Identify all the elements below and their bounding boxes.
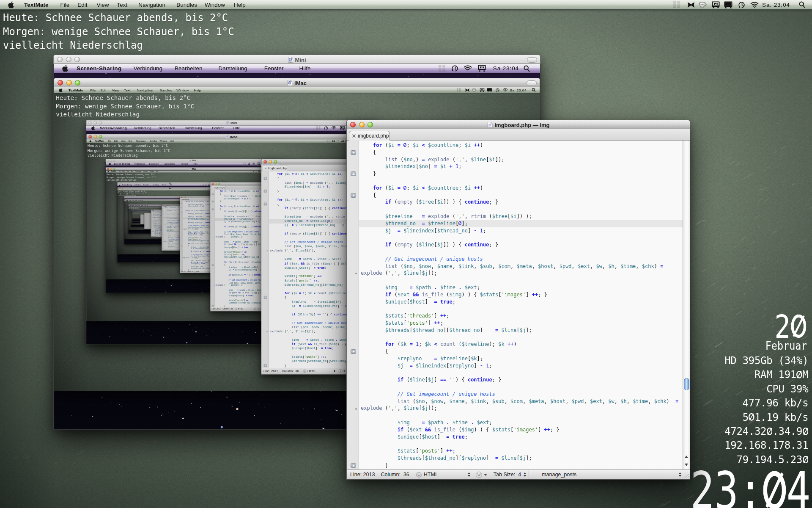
code-line[interactable]: [215, 259, 330, 261]
code-line[interactable]: [145, 222, 160, 223]
wifi-menu-icon[interactable]: [151, 211, 152, 211]
time-machine-menu-icon[interactable]: [264, 171, 266, 173]
fold-marker-icon[interactable]: [351, 463, 356, 468]
menu-app-name[interactable]: TextMate: [111, 171, 116, 172]
code-line[interactable]: [145, 224, 160, 225]
mini-window-titlebar[interactable]: Mini: [117, 182, 221, 184]
code-line[interactable]: }: [361, 170, 683, 177]
caffeine-cup-icon[interactable]: [699, 0, 708, 9]
zoom-button[interactable]: [184, 196, 186, 198]
code-line[interactable]: [215, 228, 330, 231]
language-selector[interactable]: HTML: [238, 308, 243, 310]
code-line[interactable]: {: [152, 212, 176, 212]
gear-menu-icon[interactable]: [339, 369, 343, 373]
menu-clock[interactable]: Sa. 23:04: [762, 2, 790, 8]
caffeine-cup-icon[interactable]: [255, 171, 257, 173]
imac-window-titlebar[interactable]: iMac: [54, 78, 540, 87]
mini-window-titlebar[interactable]: Mini: [132, 213, 145, 213]
displays-menu-icon[interactable]: [162, 207, 162, 207]
code-line[interactable]: $stats['threads'] ++;: [183, 237, 252, 239]
remote-wifi-icon[interactable]: [177, 197, 178, 199]
menu-item-view[interactable]: View: [130, 189, 132, 190]
code-line[interactable]: [152, 234, 176, 235]
menu-clock[interactable]: Sa. 23:04: [215, 189, 218, 190]
code-line[interactable]: {: [164, 234, 205, 235]
mini-window-titlebar[interactable]: Mini: [129, 204, 166, 205]
code-line[interactable]: [215, 223, 330, 226]
code-line[interactable]: [361, 440, 683, 447]
menu-app-name[interactable]: TextMate: [121, 189, 123, 190]
code-line[interactable]: [215, 248, 330, 251]
code-line[interactable]: for ($i = 0; $i < $countline; $i ++): [152, 211, 176, 212]
wifi-menu-icon[interactable]: [266, 171, 268, 173]
code-line[interactable]: $threads[$thread_no][$replyno] = $line[$…: [361, 455, 683, 462]
fold-marker-icon[interactable]: [351, 150, 356, 155]
menu-item-file[interactable]: File: [125, 189, 126, 190]
code-line-current[interactable]: $thread_no = $treeline[0];: [145, 217, 160, 218]
code-line[interactable]: if ($line[$j] == '') { continue; }: [183, 251, 252, 253]
menu-item-bundles[interactable]: Bundles: [137, 207, 137, 207]
code-line[interactable]: [361, 234, 683, 241]
meters-menu-extra-icon[interactable]: [159, 207, 160, 207]
code-line[interactable]: [183, 242, 252, 243]
scrollbar-thumb[interactable]: [205, 237, 206, 239]
code-line[interactable]: [361, 370, 683, 377]
menu-app-name[interactable]: TextMate: [24, 2, 49, 8]
tab-size-value[interactable]: 4: [272, 308, 273, 310]
remote-menu-verbindung[interactable]: Verbindung: [134, 65, 162, 72]
code-line[interactable]: if (empty ($tree[$i]) ) { continue; }: [164, 215, 205, 215]
remote-menu-clock[interactable]: Sa 23:04: [211, 185, 217, 186]
remote-time-machine-icon[interactable]: [248, 162, 250, 166]
fold-marker-icon[interactable]: [264, 202, 267, 205]
code-line[interactable]: // Get imagecount / unique hosts: [152, 230, 176, 231]
minimize-button[interactable]: [129, 204, 130, 205]
menu-item-view[interactable]: View: [126, 171, 129, 172]
code-line[interactable]: // Get imagecount / unique hosts: [164, 222, 205, 223]
gear-menu-icon[interactable]: [476, 472, 482, 478]
fold-marker-icon[interactable]: [212, 193, 214, 195]
code-line[interactable]: explode (',', $line[$j]);: [183, 228, 252, 230]
code-line[interactable]: explode (',', $line[$j]);: [164, 224, 205, 224]
zoom-button[interactable]: [145, 213, 146, 213]
remote-menu-clock[interactable]: Sa 23:04: [263, 163, 272, 165]
zoom-button[interactable]: [127, 199, 128, 200]
remote-desktop-menu-icon[interactable]: [151, 211, 151, 211]
remote-menu-fenster[interactable]: Fenster: [264, 65, 284, 72]
code-line[interactable]: if (empty ($tree[$i]) ) { continue; }: [361, 199, 683, 206]
code-line[interactable]: {: [183, 202, 252, 204]
tab-size-stepper[interactable]: [274, 308, 274, 309]
tab-close-icon[interactable]: [181, 199, 182, 200]
toolbar-lozenge-button[interactable]: [218, 188, 220, 189]
fold-marker-icon[interactable]: [181, 212, 182, 213]
code-line[interactable]: [164, 242, 205, 243]
code-line[interactable]: }: [361, 462, 683, 469]
code-line[interactable]: $img = $path . $time . $ext;: [145, 226, 160, 226]
code-line[interactable]: $stats['posts'] ++;: [215, 299, 330, 302]
remote-menu-darstellung[interactable]: Darstellung: [138, 210, 140, 210]
code-line[interactable]: if (empty ($tree[$i]) ) { continue; }: [152, 215, 176, 216]
menu-item-window[interactable]: Window: [160, 140, 167, 142]
menu-item-edit[interactable]: Edit: [122, 171, 124, 172]
vertical-scrollbar[interactable]: [176, 211, 177, 236]
remote-time-machine-icon[interactable]: [452, 64, 459, 73]
code-editor[interactable]: for ($i = 0; $i < $countline; $i ++) { l…: [140, 215, 150, 224]
zoom-button[interactable]: [122, 188, 123, 189]
menu-clock[interactable]: Sa. 23:04: [510, 88, 527, 92]
bowtie-menu-extra-icon[interactable]: [177, 200, 177, 201]
code-line[interactable]: [152, 224, 176, 224]
fold-marker-icon[interactable]: [151, 227, 151, 227]
code-line[interactable]: [215, 271, 330, 274]
remote-desktop-menu-icon[interactable]: [179, 200, 179, 201]
caffeine-cup-icon[interactable]: [150, 211, 151, 211]
code-line[interactable]: explode (',', $line[$j]);: [215, 284, 330, 287]
close-button[interactable]: [88, 135, 92, 138]
resize-grip[interactable]: [160, 229, 160, 229]
remote-menu-darstellung[interactable]: Darstellung: [185, 126, 202, 130]
remote-spotlight-icon[interactable]: [152, 210, 153, 210]
time-machine-menu-icon[interactable]: [212, 189, 213, 190]
code-text[interactable]: for ($i = 0; $i < $countline; $i ++) { l…: [215, 190, 330, 307]
language-selector[interactable]: HTML: [157, 236, 158, 237]
code-line[interactable]: {: [183, 245, 252, 247]
wifi-menu-icon[interactable]: [213, 189, 214, 190]
time-machine-menu-icon[interactable]: [162, 207, 163, 207]
